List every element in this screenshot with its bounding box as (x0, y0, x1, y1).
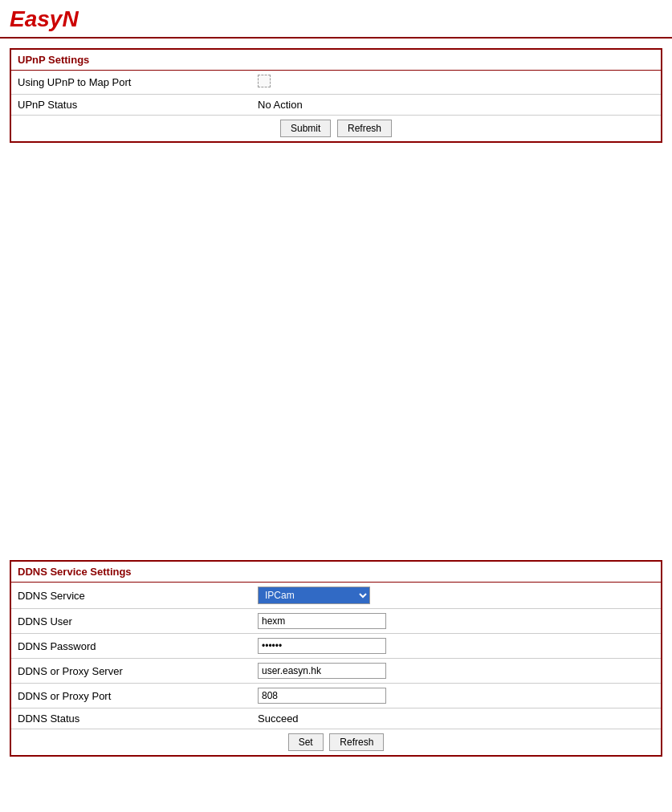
upnp-submit-button[interactable]: Submit (280, 120, 331, 137)
ddns-password-input[interactable] (258, 638, 386, 654)
upnp-map-port-value (251, 71, 662, 95)
main-content: UPnP Settings Using UPnP to Map Port UPn… (0, 39, 672, 782)
ddns-proxy-port-row: DDNS or Proxy Port (10, 684, 662, 708)
ddns-status-label: DDNS Status (10, 708, 251, 729)
ddns-proxy-server-input[interactable] (258, 663, 386, 679)
ddns-status-row: DDNS Status Succeed (10, 708, 662, 729)
upnp-settings-table: UPnP Settings Using UPnP to Map Port UPn… (10, 48, 662, 143)
upnp-status-value: No Action (251, 95, 662, 116)
ddns-status-value: Succeed (251, 708, 662, 729)
ddns-service-select[interactable]: IPCam No-IP DynDNS 3322 (258, 587, 370, 604)
ddns-refresh-button[interactable]: Refresh (329, 733, 384, 751)
upnp-section-title: UPnP Settings (10, 49, 662, 71)
upnp-section-header-row: UPnP Settings (10, 49, 662, 71)
ddns-proxy-server-row: DDNS or Proxy Server (10, 659, 662, 684)
logo: EasyN (10, 6, 79, 31)
upnp-status-row: UPnP Status No Action (10, 95, 662, 116)
ddns-section-title: DDNS Service Settings (10, 561, 662, 583)
ddns-password-label: DDNS Password (10, 634, 251, 659)
ddns-user-input[interactable] (258, 613, 386, 629)
ddns-proxy-port-label: DDNS or Proxy Port (10, 684, 251, 708)
upnp-map-port-label: Using UPnP to Map Port (10, 71, 251, 95)
ddns-user-row: DDNS User (10, 609, 662, 634)
ddns-buttons-row: Set Refresh (10, 729, 662, 757)
ddns-user-value (251, 609, 662, 634)
upnp-refresh-button[interactable]: Refresh (337, 120, 392, 137)
ddns-user-label: DDNS User (10, 609, 251, 634)
upnp-status-label: UPnP Status (10, 95, 251, 116)
upnp-map-port-row: Using UPnP to Map Port (10, 71, 662, 95)
ddns-section-header-row: DDNS Service Settings (10, 561, 662, 583)
spacer (10, 159, 662, 560)
header: EasyN (0, 0, 672, 39)
ddns-proxy-server-value (251, 659, 662, 684)
ddns-buttons-cell: Set Refresh (10, 729, 662, 757)
ddns-password-value (251, 634, 662, 659)
ddns-service-row: DDNS Service IPCam No-IP DynDNS 3322 (10, 583, 662, 609)
ddns-proxy-port-value (251, 684, 662, 708)
ddns-service-value: IPCam No-IP DynDNS 3322 (251, 583, 662, 609)
ddns-settings-table: DDNS Service Settings DDNS Service IPCam… (10, 560, 662, 757)
ddns-proxy-port-input[interactable] (258, 688, 386, 704)
ddns-password-row: DDNS Password (10, 634, 662, 659)
upnp-buttons-row: Submit Refresh (10, 116, 662, 143)
ddns-service-label: DDNS Service (10, 583, 251, 609)
ddns-set-button[interactable]: Set (288, 733, 324, 751)
upnp-buttons-cell: Submit Refresh (10, 116, 662, 143)
ddns-proxy-server-label: DDNS or Proxy Server (10, 659, 251, 684)
upnp-map-port-checkbox[interactable] (258, 75, 271, 87)
